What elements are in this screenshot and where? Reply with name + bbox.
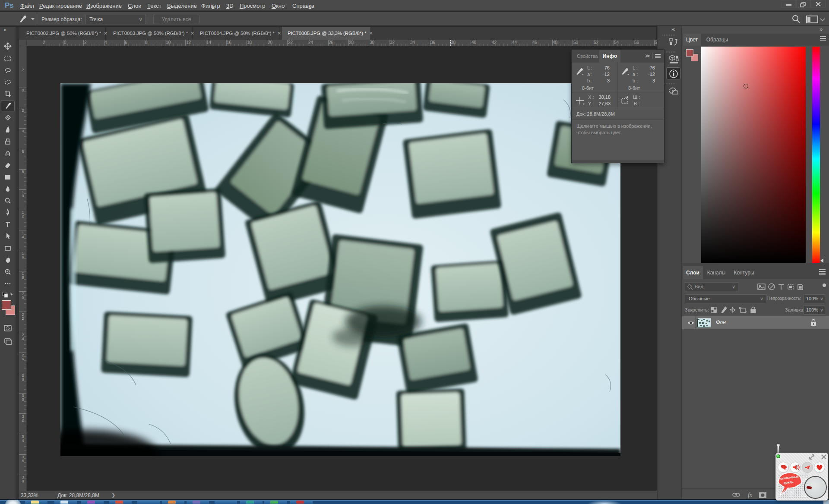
svg-text:fx: fx	[748, 492, 753, 498]
